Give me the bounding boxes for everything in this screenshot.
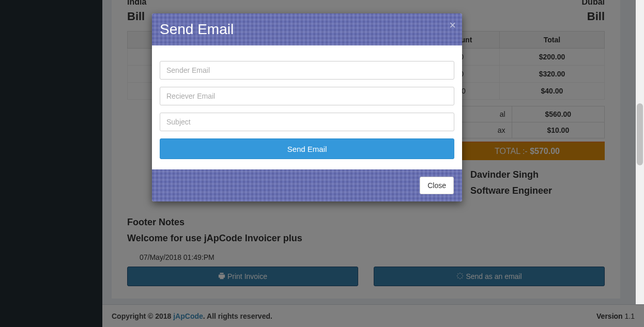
scrollbar[interactable] <box>636 0 644 304</box>
sender-email-input[interactable] <box>160 61 454 80</box>
modal-close-button[interactable]: Close <box>420 177 454 194</box>
subject-input[interactable] <box>160 113 454 131</box>
close-icon: × <box>449 19 456 32</box>
modal-footer: Close <box>152 169 462 201</box>
send-email-modal: Send Email × Send Email Close <box>152 13 462 201</box>
modal-body: Send Email <box>152 45 462 169</box>
scrollbar-thumb[interactable] <box>637 103 643 165</box>
modal-close-x[interactable]: × <box>449 19 456 32</box>
modal-header: Send Email × <box>152 13 462 45</box>
receiver-email-input[interactable] <box>160 87 454 105</box>
send-email-submit-button[interactable]: Send Email <box>160 138 454 159</box>
modal-title: Send Email <box>160 21 454 38</box>
